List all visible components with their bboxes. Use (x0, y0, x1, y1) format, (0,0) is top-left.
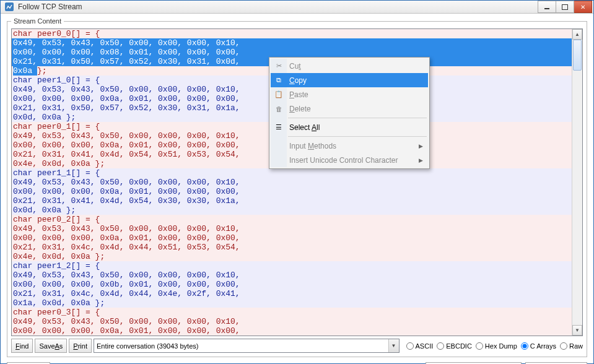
radio-carrays[interactable]: C Arrays (521, 342, 556, 350)
ctx-separator-2 (288, 136, 427, 137)
maximize-button[interactable] (556, 1, 574, 13)
chevron-down-icon: ▼ (388, 339, 399, 352)
stream-content-legend: Stream Content (11, 17, 64, 25)
scroll-up-button[interactable]: ▲ (572, 29, 582, 40)
conversation-combo-text: Entire conversation (39043 bytes) (97, 342, 198, 350)
select-all-icon: ☰ (274, 123, 284, 132)
format-radio-group: ASCII EBCDIC Hex Dump C Arrays Raw (401, 342, 583, 350)
print-button[interactable]: Print (69, 339, 92, 353)
bottom-row: Help Filter Out This Stream Close (7, 361, 587, 364)
window-title: Follow TCP Stream (18, 2, 538, 11)
ctx-input-methods[interactable]: Input Methods ▶ (271, 139, 428, 153)
ctx-separator-1 (288, 118, 427, 118)
save-as-button[interactable]: Save As (35, 339, 67, 353)
window-controls (538, 1, 592, 13)
ctx-paste[interactable]: 📋 Paste (271, 87, 428, 102)
copy-icon: ⧉ (274, 76, 284, 85)
vertical-scrollbar[interactable]: ▲ ▼ (572, 29, 582, 336)
app-icon (4, 2, 14, 12)
context-menu: ✂ Cut ⧉ Copy 📋 Paste 🗑 Delete ☰ Select A… (269, 57, 430, 169)
radio-raw[interactable]: Raw (560, 342, 583, 350)
radio-ascii[interactable]: ASCII (406, 342, 434, 350)
radio-hexdump[interactable]: Hex Dump (476, 342, 517, 350)
scroll-thumb[interactable] (573, 40, 582, 71)
conversation-combo[interactable]: Entire conversation (39043 bytes) ▼ (94, 339, 400, 353)
chevron-right-icon: ▶ (419, 157, 423, 163)
ctx-copy[interactable]: ⧉ Copy (271, 73, 428, 87)
paste-icon: 📋 (274, 90, 284, 100)
minimize-button[interactable] (538, 1, 556, 13)
radio-ebcdic[interactable]: EBCDIC (437, 342, 472, 350)
ctx-cut[interactable]: ✂ Cut (271, 59, 428, 73)
svg-rect-0 (5, 2, 14, 11)
ctx-delete[interactable]: 🗑 Delete (271, 102, 428, 116)
scroll-track[interactable] (572, 40, 582, 325)
find-button[interactable]: Find (11, 339, 33, 353)
chevron-right-icon: ▶ (419, 143, 423, 149)
close-button[interactable] (574, 1, 592, 13)
ctx-insert-unicode[interactable]: Insert Unicode Control Character ▶ (271, 153, 428, 167)
toolbar-row: Find Save As Print Entire conversation (… (11, 339, 583, 353)
client-area: Stream Content char peer0_0[] = {0x49, 0… (1, 14, 593, 364)
delete-icon: 🗑 (274, 104, 284, 114)
cut-icon: ✂ (274, 61, 284, 71)
window: Follow TCP Stream Stream Content char pe… (0, 0, 594, 364)
ctx-select-all[interactable]: ☰ Select All (271, 120, 428, 134)
titlebar: Follow TCP Stream (1, 1, 593, 14)
scroll-down-button[interactable]: ▼ (572, 325, 582, 336)
